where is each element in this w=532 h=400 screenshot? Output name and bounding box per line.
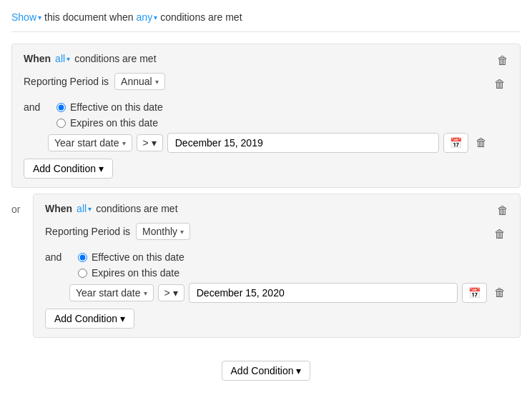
group2-add-condition-label: Add Condition: [54, 313, 117, 324]
group1-all-label: all: [55, 53, 65, 64]
group2-expires-radio[interactable]: [78, 269, 87, 278]
any-trigger[interactable]: any ▾: [137, 11, 158, 23]
group1-add-condition-label: Add Condition: [33, 163, 96, 174]
group1-expires-label[interactable]: Expires on this date: [70, 117, 158, 129]
group2-date-trash-icon: 🗑: [494, 286, 506, 299]
this-document-text: this document when: [44, 11, 134, 23]
condition-group-1: When all ▾ conditions are met 🗑 Reportin…: [11, 44, 521, 188]
group2-expires-label[interactable]: Expires on this date: [92, 267, 179, 279]
group1-row1-wrapper: Reporting Period is Annual ▾ 🗑: [24, 73, 508, 96]
group1-header: When all ▾ conditions are met: [24, 53, 508, 64]
group2-date-row: Year start date ▾ > ▾ 📅 🗑: [69, 283, 508, 303]
group2-add-condition-button[interactable]: Add Condition ▾: [45, 309, 134, 329]
group2-conditions-met: conditions are met: [96, 203, 177, 214]
group2-header: When all ▾ conditions are met: [45, 203, 508, 214]
group2-calendar-button[interactable]: 📅: [462, 283, 487, 303]
group2-date-field-caret-icon: ▾: [144, 289, 147, 297]
group1-date-trash-icon: 🗑: [476, 136, 487, 149]
group2-all-caret-icon: ▾: [88, 205, 92, 213]
group2-calendar-icon: 📅: [468, 287, 481, 299]
group2-row1: Reporting Period is Monthly ▾: [45, 223, 491, 240]
group2-reporting-period-select[interactable]: Monthly ▾: [136, 223, 190, 240]
group1-radio-effective-row: Effective on this date: [56, 101, 163, 113]
group2-operator-caret-icon: ▾: [173, 287, 178, 299]
group1-reporting-period-value: Annual: [121, 76, 152, 87]
bottom-add-section: Add Condition ▾: [11, 355, 521, 381]
group1-effective-radio[interactable]: [56, 103, 66, 112]
group1-all-caret-icon: ▾: [66, 55, 70, 63]
group2-and-section: and Effective on this date Expires on th…: [45, 251, 508, 279]
bottom-add-condition-label: Add Condition: [231, 365, 294, 376]
group2-radio-effective-row: Effective on this date: [78, 251, 184, 263]
group2-row1-wrapper: Reporting Period is Monthly ▾ 🗑: [45, 223, 508, 246]
group1-operator-value: >: [143, 137, 149, 149]
group1-row1: Reporting Period is Annual ▾: [24, 73, 491, 90]
group2-radio-expires-row: Expires on this date: [78, 267, 184, 279]
group1-expires-radio[interactable]: [56, 119, 66, 128]
top-bar: Show ▾ this document when any ▾ conditio…: [11, 11, 521, 32]
condition-group-2: When all ▾ conditions are met 🗑 Reportin…: [33, 194, 521, 338]
show-caret-icon: ▾: [38, 14, 41, 21]
group1-date-field-caret-icon: ▾: [122, 139, 126, 147]
conditions-text: conditions are met: [160, 11, 242, 23]
group1-conditions-met: conditions are met: [74, 53, 156, 64]
group1-operator-select[interactable]: > ▾: [137, 134, 163, 151]
group2-date-field-value: Year start date: [76, 287, 141, 299]
group1-calendar-button[interactable]: 📅: [443, 133, 468, 153]
group2-add-condition-caret-icon: ▾: [120, 313, 125, 324]
any-caret-icon: ▾: [154, 14, 157, 21]
group1-when-label: When: [24, 53, 51, 64]
group2-operator-select[interactable]: > ▾: [158, 284, 184, 301]
group2-trash-icon: 🗑: [497, 204, 508, 216]
group1-add-condition-caret-icon: ▾: [99, 163, 104, 174]
group2-date-field-select[interactable]: Year start date ▾: [69, 284, 154, 301]
group2-radio-group: Effective on this date Expires on this d…: [78, 251, 184, 279]
group1-date-input[interactable]: [167, 133, 439, 153]
group1-delete-button[interactable]: 🗑: [494, 53, 511, 69]
group1-effective-label[interactable]: Effective on this date: [70, 101, 163, 113]
group1-add-condition-button[interactable]: Add Condition ▾: [24, 159, 113, 179]
group2-all-trigger[interactable]: all ▾: [77, 203, 92, 214]
show-label: Show: [11, 11, 36, 23]
group1-calendar-icon: 📅: [450, 137, 462, 149]
group1-and-label: and: [24, 101, 45, 113]
group1-operator-caret-icon: ▾: [152, 137, 157, 149]
group2-reporting-period-value: Monthly: [142, 226, 177, 237]
any-label: any: [137, 11, 153, 23]
group1-and-section: and Effective on this date Expires on th…: [24, 101, 508, 129]
group1-row1-delete-button[interactable]: 🗑: [491, 76, 508, 92]
show-trigger[interactable]: Show ▾: [11, 11, 41, 23]
group2-section: or When all ▾ conditions are met 🗑 Repor…: [11, 194, 521, 344]
group2-row1-delete-button[interactable]: 🗑: [491, 226, 508, 242]
group1-reporting-period-select[interactable]: Annual ▾: [114, 73, 165, 90]
group2-reporting-period-caret-icon: ▾: [180, 228, 184, 236]
group2-row1-trash-icon: 🗑: [494, 228, 506, 240]
group2-all-label: all: [77, 203, 87, 214]
group1-trash-icon: 🗑: [497, 54, 508, 66]
group1-radio-group: Effective on this date Expires on this d…: [56, 101, 163, 129]
group2-date-input[interactable]: [189, 283, 458, 303]
group1-radio-expires-row: Expires on this date: [56, 117, 163, 129]
group2-when-label: When: [45, 203, 72, 214]
group2-row1-label: Reporting Period is: [45, 226, 130, 237]
group2-effective-label[interactable]: Effective on this date: [92, 251, 184, 263]
group1-date-row: Year start date ▾ > ▾ 📅 🗑: [48, 133, 508, 153]
group2-operator-value: >: [164, 287, 170, 299]
group1-date-delete-button[interactable]: 🗑: [473, 135, 490, 151]
group1-date-field-select[interactable]: Year start date ▾: [48, 134, 132, 151]
bottom-add-condition-caret-icon: ▾: [296, 365, 301, 376]
bottom-add-condition-button[interactable]: Add Condition ▾: [222, 361, 311, 381]
group1-all-trigger[interactable]: all ▾: [55, 53, 70, 64]
group2-effective-radio[interactable]: [78, 253, 87, 262]
group2-and-label: and: [45, 251, 66, 263]
group2-delete-button[interactable]: 🗑: [494, 203, 511, 219]
group1-date-field-value: Year start date: [54, 137, 119, 149]
group2-or-label: or: [11, 194, 29, 215]
group1-row1-trash-icon: 🗑: [494, 78, 506, 90]
group1-reporting-period-caret-icon: ▾: [155, 78, 159, 86]
group1-row1-label: Reporting Period is: [24, 76, 109, 87]
group2-date-delete-button[interactable]: 🗑: [491, 285, 508, 301]
